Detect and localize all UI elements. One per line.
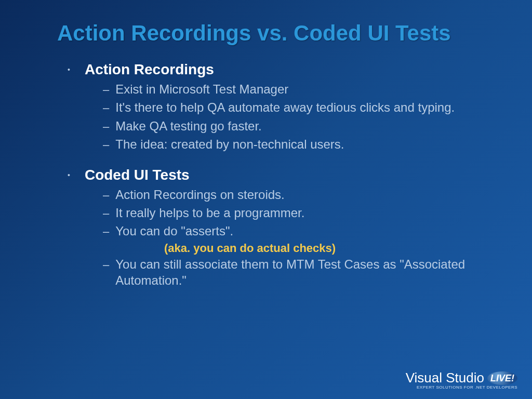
- item-text: You can do "asserts".: [115, 223, 233, 239]
- dash-icon: –: [103, 138, 109, 152]
- list-item: – It's there to help QA automate away te…: [103, 99, 501, 115]
- logo-live-badge: LIVE!: [487, 371, 517, 385]
- list-item: – It really helps to be a programmer.: [103, 205, 501, 221]
- section-action-recordings: • Action Recordings – Exist in Microsoft…: [57, 61, 501, 152]
- slide: Action Recordings vs. Coded UI Tests • A…: [0, 0, 532, 399]
- sub-list: – Exist in Microsoft Test Manager – It's…: [103, 81, 501, 152]
- section-coded-ui-tests: • Coded UI Tests – Action Recordings on …: [57, 167, 501, 288]
- dash-icon: –: [103, 207, 109, 220]
- logo-brand: Visual Studio: [406, 370, 484, 386]
- logo-tagline: EXPERT SOLUTIONS FOR .NET DEVELOPERS: [406, 385, 517, 390]
- item-text: Action Recordings on steroids.: [115, 187, 285, 203]
- bullet-row: • Coded UI Tests: [68, 167, 501, 183]
- item-text: Make QA testing go faster.: [115, 118, 261, 134]
- list-item: – Action Recordings on steroids.: [103, 187, 501, 203]
- item-text: You can still associate them to MTM Test…: [115, 256, 501, 288]
- item-text: It's there to help QA automate away tedi…: [115, 99, 455, 115]
- section-heading: Coded UI Tests: [85, 167, 190, 183]
- dash-icon: –: [103, 101, 109, 115]
- sub-list: – Action Recordings on steroids. – It re…: [103, 187, 501, 288]
- list-item: – You can still associate them to MTM Te…: [103, 256, 501, 288]
- dash-icon: –: [103, 120, 109, 134]
- section-heading: Action Recordings: [85, 61, 214, 78]
- dash-icon: –: [103, 189, 109, 202]
- item-text: It really helps to be a programmer.: [115, 205, 304, 221]
- item-text: The idea: created by non-technical users…: [115, 136, 344, 152]
- dash-icon: –: [103, 225, 109, 238]
- list-item: – You can do "asserts".: [103, 223, 501, 239]
- footer-logo: Visual Studio LIVE! EXPERT SOLUTIONS FOR…: [406, 370, 517, 390]
- slide-title: Action Recordings vs. Coded UI Tests: [57, 21, 501, 46]
- item-text: Exist in Microsoft Test Manager: [115, 81, 288, 97]
- list-item: – The idea: created by non-technical use…: [103, 136, 501, 152]
- logo-main: Visual Studio LIVE!: [406, 370, 517, 386]
- dash-icon: –: [103, 258, 109, 272]
- dash-icon: –: [103, 83, 109, 97]
- bullet-icon: •: [68, 66, 70, 73]
- bullet-row: • Action Recordings: [68, 61, 501, 78]
- bullet-icon: •: [68, 171, 70, 179]
- list-item: – Make QA testing go faster.: [103, 118, 501, 134]
- list-item: – Exist in Microsoft Test Manager: [103, 81, 501, 97]
- aside-note: (aka. you can do actual checks): [164, 242, 501, 255]
